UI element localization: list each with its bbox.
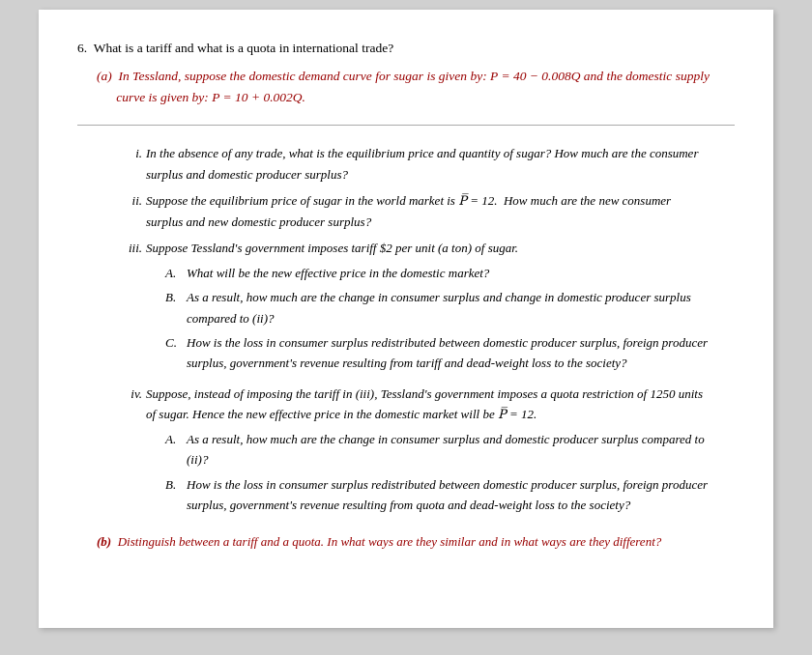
alpha-label-iii-b: B. bbox=[165, 287, 183, 328]
part-b-label: (b) bbox=[97, 534, 111, 549]
alpha-item-iv-a: A. As a result, how much are the change … bbox=[165, 429, 735, 470]
alpha-list-iii: A. What will be the new effective price … bbox=[165, 263, 735, 374]
roman-item-ii: ii. Suppose the equilibrium price of sug… bbox=[121, 190, 735, 232]
question-number-line: 6. What is a tariff and what is a quota … bbox=[77, 39, 735, 58]
alpha-label-iv-a: A. bbox=[165, 429, 183, 470]
roman-label-i: i. bbox=[121, 143, 142, 185]
alpha-content-iv-a: As a result, how much are the change in … bbox=[187, 429, 735, 470]
alpha-content-iii-c: How is the loss in consumer surplus redi… bbox=[187, 332, 735, 374]
roman-content-iv: Suppose, instead of imposing the tariff … bbox=[146, 384, 735, 520]
page: 6. What is a tariff and what is a quota … bbox=[39, 10, 773, 628]
alpha-label-iv-b: B. bbox=[165, 474, 183, 516]
roman-item-iii: iii. Suppose Tessland's government impos… bbox=[121, 238, 735, 378]
alpha-item-iii-c: C. How is the loss in consumer surplus r… bbox=[165, 332, 735, 374]
question-main-text: What is a tariff and what is a quota in … bbox=[94, 41, 394, 55]
roman-list: i. In the absence of any trade, what is … bbox=[121, 143, 735, 519]
roman-label-ii: ii. bbox=[121, 190, 142, 232]
alpha-item-iv-b: B. How is the loss in consumer surplus r… bbox=[165, 474, 735, 516]
roman-label-iii: iii. bbox=[121, 238, 142, 378]
part-a: (a) In Tessland, suppose the domestic de… bbox=[97, 66, 735, 107]
alpha-content-iii-b: As a result, how much are the change in … bbox=[187, 287, 735, 328]
roman-item-i: i. In the absence of any trade, what is … bbox=[121, 143, 735, 185]
roman-label-iv: iv. bbox=[121, 384, 142, 520]
roman-content-ii: Suppose the equilibrium price of sugar i… bbox=[146, 190, 735, 232]
alpha-content-iv-b: How is the loss in consumer surplus redi… bbox=[187, 474, 735, 516]
roman-item-iv: iv. Suppose, instead of imposing the tar… bbox=[121, 384, 735, 520]
alpha-content-iii-a: What will be the new effective price in … bbox=[187, 263, 735, 283]
alpha-item-iii-a: A. What will be the new effective price … bbox=[165, 263, 735, 283]
roman-content-iii: Suppose Tessland's government imposes ta… bbox=[146, 238, 735, 378]
question-number: 6. bbox=[77, 41, 94, 55]
roman-content-i: In the absence of any trade, what is the… bbox=[146, 143, 735, 185]
divider bbox=[77, 125, 735, 126]
alpha-item-iii-b: B. As a result, how much are the change … bbox=[165, 287, 735, 328]
alpha-label-iii-a: A. bbox=[165, 263, 183, 283]
part-a-text: (a) In Tessland, suppose the domestic de… bbox=[97, 66, 735, 107]
part-b: (b) Distinguish between a tariff and a q… bbox=[97, 532, 735, 553]
alpha-list-iv: A. As a result, how much are the change … bbox=[165, 429, 735, 516]
alpha-label-iii-c: C. bbox=[165, 332, 183, 374]
